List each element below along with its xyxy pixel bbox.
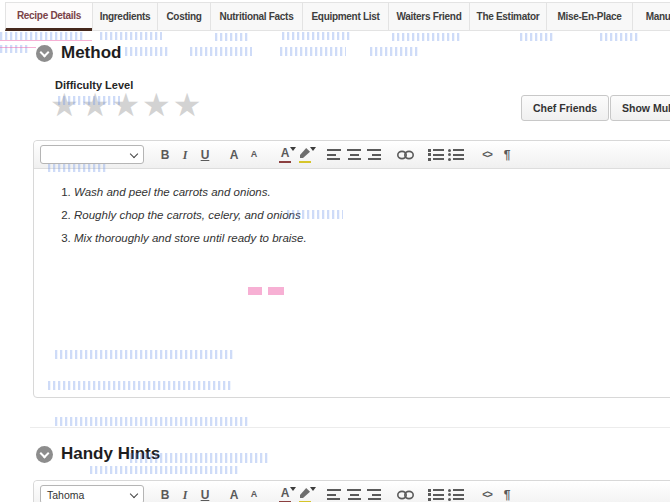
- text-color-button[interactable]: A: [276, 145, 294, 165]
- code-view-icon: <>: [482, 150, 492, 160]
- render-artifact: [0, 45, 30, 53]
- text-color-button[interactable]: A: [276, 485, 294, 502]
- tab-waiters-friend[interactable]: Waiters Friend: [388, 2, 469, 31]
- align-right-button[interactable]: [365, 485, 383, 502]
- text-color-icon: A: [281, 487, 290, 499]
- italic-icon: I: [183, 149, 188, 161]
- underline-icon: U: [201, 149, 210, 161]
- tab-the-estimator[interactable]: The Estimator: [469, 2, 546, 31]
- underline-button[interactable]: U: [196, 485, 214, 502]
- dropdown-caret-icon: [310, 487, 316, 491]
- link-icon: [397, 150, 414, 160]
- show-multiplier-button[interactable]: Show Multip: [610, 95, 670, 121]
- method-editor: BIUAAA<>¶ Wash and peel the carrots and …: [33, 140, 670, 398]
- underline-button[interactable]: U: [196, 145, 214, 165]
- tab-equipment-list[interactable]: Equipment List: [302, 2, 388, 31]
- code-view-icon: <>: [482, 490, 492, 500]
- paragraph-mark-button[interactable]: ¶: [498, 485, 516, 502]
- difficulty-star-icon[interactable]: ★: [142, 87, 173, 123]
- align-left-button[interactable]: [325, 145, 343, 165]
- highlight-color-bar: [299, 161, 311, 163]
- bold-button[interactable]: B: [156, 485, 174, 502]
- render-artifact: [370, 47, 420, 56]
- method-step-text: Wash and peel the carrots and onions.: [74, 186, 271, 198]
- highlight-pen-icon: [300, 488, 310, 498]
- difficulty-star-icon[interactable]: ★: [81, 87, 112, 123]
- font-size-decrease-icon: A: [251, 490, 258, 499]
- handy-hints-editor: TahomaBIUAAA<>¶: [33, 480, 670, 502]
- italic-button[interactable]: I: [176, 145, 194, 165]
- italic-button[interactable]: I: [176, 485, 194, 502]
- bold-icon: B: [161, 149, 170, 161]
- align-center-icon: [347, 149, 361, 160]
- method-editor-content[interactable]: Wash and peel the carrots and onions.Rou…: [34, 169, 670, 245]
- font-family-select-value: Tahoma: [47, 489, 84, 501]
- paragraph-mark-icon: ¶: [504, 489, 511, 501]
- collapse-handy-hints-icon[interactable]: [36, 446, 53, 463]
- difficulty-star-icon[interactable]: ★: [111, 87, 142, 123]
- font-size-increase-icon: A: [230, 489, 239, 501]
- chef-friends-button[interactable]: Chef Friends: [521, 95, 609, 121]
- code-view-button[interactable]: <>: [478, 485, 496, 502]
- method-step-text: Mix thoroughly and store until ready to …: [74, 232, 307, 244]
- ordered-list-button[interactable]: [427, 485, 445, 502]
- difficulty-star-icon[interactable]: ★: [50, 87, 81, 123]
- align-right-icon: [367, 149, 381, 160]
- code-view-button[interactable]: <>: [478, 145, 496, 165]
- render-artifact: [55, 417, 250, 426]
- method-section-header: Method: [36, 43, 121, 63]
- font-family-select[interactable]: [40, 145, 144, 164]
- tab-costing[interactable]: Costing: [157, 2, 210, 31]
- tab-nutritional-facts[interactable]: Nutritional Facts: [210, 2, 302, 31]
- handy-hints-section-title: Handy Hints: [61, 444, 160, 464]
- select-chevron-icon: [130, 489, 138, 497]
- select-chevron-icon: [130, 149, 138, 157]
- bold-button[interactable]: B: [156, 145, 174, 165]
- difficulty-star-icon[interactable]: ★: [173, 87, 204, 123]
- render-artifact: [190, 47, 252, 56]
- link-button[interactable]: [396, 485, 414, 502]
- font-size-decrease-button[interactable]: A: [245, 485, 263, 502]
- unordered-list-icon: [448, 489, 464, 501]
- font-size-decrease-button[interactable]: A: [245, 145, 263, 165]
- tab-mise-en-place[interactable]: Mise-En-Place: [546, 2, 632, 31]
- font-size-increase-button[interactable]: A: [225, 145, 243, 165]
- align-left-button[interactable]: [325, 485, 343, 502]
- font-size-increase-icon: A: [230, 149, 239, 161]
- align-right-button[interactable]: [365, 145, 383, 165]
- render-artifact: [282, 32, 350, 40]
- method-editor-toolbar: BIUAAA<>¶: [34, 141, 670, 169]
- render-artifact: [90, 466, 240, 474]
- tab-ingredients[interactable]: Ingredients: [92, 2, 157, 31]
- method-step: Roughly chop the carrots, celery, and on…: [74, 208, 667, 222]
- highlight-color-button[interactable]: [296, 145, 314, 165]
- text-color-icon: A: [281, 147, 290, 159]
- font-family-select[interactable]: Tahoma: [40, 485, 144, 502]
- align-center-button[interactable]: [345, 485, 363, 502]
- paragraph-mark-button[interactable]: ¶: [498, 145, 516, 165]
- render-artifact: [215, 33, 249, 41]
- render-artifact: [125, 47, 169, 56]
- dropdown-caret-icon: [310, 147, 316, 151]
- font-size-increase-button[interactable]: A: [225, 485, 243, 502]
- underline-icon: U: [201, 489, 210, 501]
- method-step: Wash and peel the carrots and onions.: [74, 185, 667, 199]
- unordered-list-button[interactable]: [447, 485, 465, 502]
- unordered-list-button[interactable]: [447, 145, 465, 165]
- method-step: Mix thoroughly and store until ready to …: [74, 231, 667, 245]
- method-steps-list: Wash and peel the carrots and onions.Rou…: [34, 185, 667, 245]
- ordered-list-button[interactable]: [427, 145, 445, 165]
- render-artifact: [392, 33, 462, 41]
- tab-manual[interactable]: Manual: [632, 2, 670, 31]
- render-artifact: [600, 33, 640, 41]
- difficulty-star-rating: ★★★★★: [50, 84, 203, 126]
- align-center-button[interactable]: [345, 145, 363, 165]
- tab-recipe-details[interactable]: Recipe Details: [5, 2, 92, 31]
- italic-icon: I: [183, 489, 188, 501]
- bold-icon: B: [161, 489, 170, 501]
- align-right-icon: [367, 489, 381, 500]
- collapse-method-icon[interactable]: [36, 45, 53, 62]
- link-button[interactable]: [396, 145, 414, 165]
- highlight-color-button[interactable]: [296, 485, 314, 502]
- method-step-text: Roughly chop the carrots, celery, and on…: [74, 209, 301, 221]
